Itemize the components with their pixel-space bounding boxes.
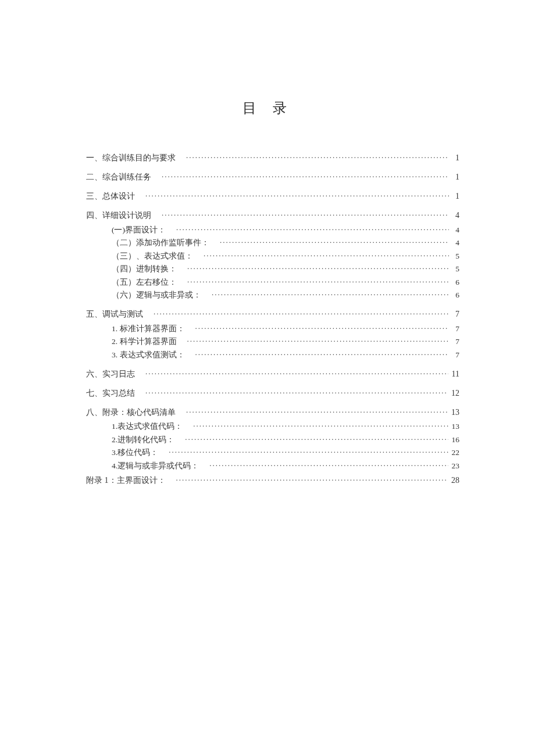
toc-entry: 4.逻辑与或非异或代码：23 [86,460,459,471]
toc-entry-label: 二、综合训练任务 [86,172,162,182]
toc-entry: 七、实习总结12 [86,388,459,399]
toc-entry: 四、详细设计说明4 [86,210,459,221]
toc-entry-label: 4.逻辑与或非异或代码： [112,461,209,471]
toc-entry-page: 13 [448,408,459,417]
toc-entry-page: 7 [449,337,459,346]
toc-entry-label: 七、实习总结 [86,388,145,399]
toc-entry-page: 11 [448,370,459,379]
toc-entry: 五、调试与测试7 [86,309,459,320]
toc-entry-page: 1 [449,173,459,182]
toc-dots [154,309,449,317]
toc-entry: 附录 1：主界面设计：28 [86,475,459,486]
toc-entry: (一)界面设计：4 [86,224,459,235]
toc-entry-page: 6 [449,291,459,300]
toc-entry-page: 7 [449,324,459,334]
toc-dots [162,171,449,180]
toc-entry-label: 1. 标准计算器界面： [112,324,195,334]
toc-entry: （六）逻辑与或非异或：6 [86,290,459,301]
toc-dots [204,250,449,259]
toc-dots [195,323,450,331]
toc-entry-page: 5 [449,252,459,261]
toc-entry-page: 7 [449,350,459,360]
toc-entry: （四）进制转换：5 [86,264,459,275]
toc-entry: 三、总体设计1 [86,191,459,202]
toc-entry-label: (一)界面设计： [112,225,176,235]
toc-entry-label: （五）左右移位： [112,277,187,288]
toc-entry: 1. 标准计算器界面：7 [86,323,459,334]
toc-entry: 3.移位代码：22 [86,447,459,458]
toc-dots [176,224,449,232]
toc-entry-label: 3.移位代码： [112,447,169,458]
toc-dots [176,475,448,483]
toc-entry-page: 5 [449,264,459,274]
toc-dots [220,238,449,246]
toc-entry-page: 16 [448,435,460,445]
toc-entry-label: 一、综合训练目的与要求 [86,153,186,163]
toc-entry-label: 六、实习日志 [86,369,145,379]
toc-entry: 一、综合训练目的与要求1 [86,152,459,163]
toc-dots [209,460,448,468]
toc-dots [195,349,450,357]
toc-entry-label: 2.进制转化代码： [112,435,185,445]
toc-entry: （五）左右移位：6 [86,277,459,288]
toc-entry: 3. 表达式求值测试：7 [86,349,459,360]
toc-entry-label: 五、调试与测试 [86,309,154,320]
toc-dots [169,447,448,456]
toc-entry: 1.表达式求值代码：13 [86,421,459,432]
toc-entry-label: （四）进制转换： [112,264,187,274]
toc-entry-label: （六）逻辑与或非异或： [112,290,212,300]
toc-dots [145,191,449,199]
toc-entry-label: （三）、表达式求值： [112,251,204,261]
toc-dots [212,290,449,298]
toc-entry-label: 八、附录：核心代码清单 [86,407,186,418]
toc-dots [193,421,448,429]
toc-entry-page: 7 [449,310,459,319]
toc-entry-label: 2. 科学计算器界面 [112,336,187,347]
toc-dots [187,336,450,345]
toc-dots [162,210,449,218]
toc-entry-label: 3. 表达式求值测试： [112,350,195,360]
toc-dots [186,407,448,415]
toc-entry-page: 22 [448,448,460,457]
toc-dots [145,368,448,377]
toc-title: 目录 [86,99,459,117]
toc-entry: 二、综合训练任务1 [86,171,459,182]
toc-dots [145,388,448,396]
toc-entry-page: 1 [449,192,459,201]
toc-entry-page: 23 [448,461,460,471]
toc-dots [185,434,448,442]
toc-entry-label: 1.表达式求值代码： [112,421,193,432]
toc-entry-page: 6 [449,278,459,287]
toc-entry-label: 三、总体设计 [86,191,145,202]
toc-entry: 2.进制转化代码：16 [86,434,459,445]
toc-entry-label: （二）添加动作监听事件： [112,238,220,248]
toc-entry-label: 四、详细设计说明 [86,210,162,221]
toc-entry-page: 12 [448,389,459,398]
toc-entry-page: 13 [448,422,460,431]
toc-entry-page: 28 [448,476,459,485]
toc-entry: 六、实习日志11 [86,368,459,379]
toc-entry-page: 4 [449,238,459,248]
toc-entry: （二）添加动作监听事件：4 [86,238,459,249]
toc-dots [187,264,449,272]
document-page: 目录 一、综合训练目的与要求1二、综合训练任务1三、总体设计1四、详细设计说明4… [0,0,535,486]
toc-entry: 八、附录：核心代码清单13 [86,407,459,418]
toc-dots [186,152,449,160]
toc-entry: （三）、表达式求值：5 [86,250,459,261]
toc-dots [187,277,449,285]
toc-entry-page: 4 [449,225,459,235]
toc-entry-page: 4 [449,211,459,220]
toc-container: 一、综合训练目的与要求1二、综合训练任务1三、总体设计1四、详细设计说明4(一)… [86,152,459,486]
toc-entry: 2. 科学计算器界面7 [86,336,459,347]
toc-entry-page: 1 [449,153,459,163]
toc-entry-label: 附录 1：主界面设计： [86,475,176,486]
